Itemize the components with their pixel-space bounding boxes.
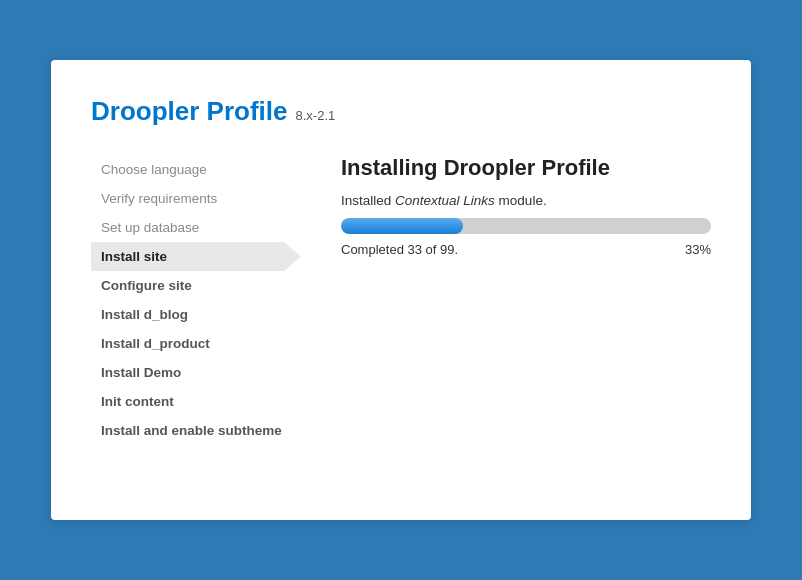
sidebar-item-install-site: Install site (91, 242, 301, 271)
installer-card: Droopler Profile 8.x-2.1 Choose language… (51, 60, 751, 520)
app-title: Droopler Profile (91, 96, 287, 127)
sidebar-item-set-up-database: Set up database (91, 213, 301, 242)
section-title: Installing Droopler Profile (341, 155, 711, 181)
steps-sidebar: Choose languageVerify requirementsSet up… (91, 155, 301, 445)
install-status-text: Installed Contextual Links module. (341, 193, 711, 208)
progress-percent-label: 33% (685, 242, 711, 257)
page-header: Droopler Profile 8.x-2.1 (91, 96, 711, 127)
sidebar-item-verify-requirements: Verify requirements (91, 184, 301, 213)
status-module: Contextual Links (395, 193, 495, 208)
app-version: 8.x-2.1 (295, 108, 335, 123)
status-prefix: Installed (341, 193, 395, 208)
main-panel: Installing Droopler Profile Installed Co… (341, 155, 711, 445)
sidebar-item-install-subtheme: Install and enable subtheme (91, 416, 301, 445)
sidebar-item-configure-site: Configure site (91, 271, 301, 300)
progress-info: Completed 33 of 99. 33% (341, 242, 711, 257)
progress-bar-fill (341, 218, 463, 234)
progress-label: Completed 33 of 99. (341, 242, 458, 257)
sidebar-item-install-d_blog: Install d_blog (91, 300, 301, 329)
main-content: Choose languageVerify requirementsSet up… (91, 155, 711, 445)
sidebar-item-install-d_product: Install d_product (91, 329, 301, 358)
sidebar-item-init-content: Init content (91, 387, 301, 416)
status-suffix: module. (495, 193, 547, 208)
progress-bar-background (341, 218, 711, 234)
sidebar-item-choose-language: Choose language (91, 155, 301, 184)
sidebar-item-install-demo: Install Demo (91, 358, 301, 387)
